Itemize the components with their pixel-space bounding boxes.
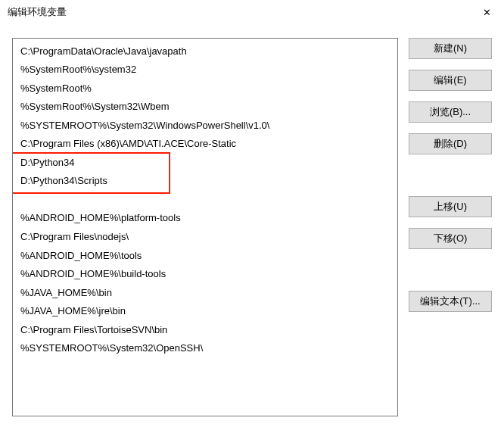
list-item[interactable]: %SYSTEMROOT%\System32\WindowsPowerShell\…: [13, 116, 397, 135]
button-column: 新建(N) 编辑(E) 浏览(B)... 删除(D) 上移(U) 下移(O) 编…: [409, 38, 492, 424]
close-button[interactable]: ✕: [470, 0, 504, 24]
move-up-button[interactable]: 上移(U): [409, 196, 492, 217]
window-title: 编辑环境变量: [8, 5, 67, 19]
edit-button[interactable]: 编辑(E): [409, 70, 492, 91]
path-listbox[interactable]: C:\ProgramData\Oracle\Java\javapath%Syst…: [12, 38, 398, 416]
list-item[interactable]: %SystemRoot%\System32\Wbem: [13, 98, 397, 117]
browse-button[interactable]: 浏览(B)...: [409, 101, 492, 123]
new-button[interactable]: 新建(N): [409, 38, 492, 59]
list-item[interactable]: %SystemRoot%\system32: [13, 61, 397, 80]
titlebar: 编辑环境变量 ✕: [0, 0, 504, 24]
list-item[interactable]: %ANDROID_HOME%\build-tools: [13, 265, 397, 284]
list-item[interactable]: %SystemRoot%: [13, 79, 397, 98]
list-item[interactable]: %ANDROID_HOME%\tools: [13, 246, 397, 265]
list-item[interactable]: %ANDROID_HOME%\platform-tools: [13, 209, 397, 228]
edit-text-button[interactable]: 编辑文本(T)...: [409, 291, 492, 312]
delete-button[interactable]: 删除(D): [409, 133, 492, 154]
dialog-content: C:\ProgramData\Oracle\Java\javapath%Syst…: [0, 24, 504, 424]
list-item[interactable]: D:\Python34\Scripts: [13, 172, 397, 191]
list-item[interactable]: %JAVA_HOME%\jre\bin: [13, 302, 397, 321]
list-item[interactable]: C:\ProgramData\Oracle\Java\javapath: [13, 42, 397, 61]
list-item[interactable]: C:\Program Files\TortoiseSVN\bin: [13, 320, 397, 339]
list-item[interactable]: D:\Python34: [13, 153, 397, 172]
list-item[interactable]: %SYSTEMROOT%\System32\OpenSSH\: [13, 339, 397, 358]
list-item[interactable]: C:\Program Files (x86)\AMD\ATI.ACE\Core-…: [13, 135, 397, 154]
list-item[interactable]: [13, 190, 397, 209]
move-down-button[interactable]: 下移(O): [409, 228, 492, 249]
list-item[interactable]: %JAVA_HOME%\bin: [13, 283, 397, 302]
list-item[interactable]: C:\Program Files\nodejs\: [13, 227, 397, 246]
close-icon: ✕: [483, 7, 491, 18]
